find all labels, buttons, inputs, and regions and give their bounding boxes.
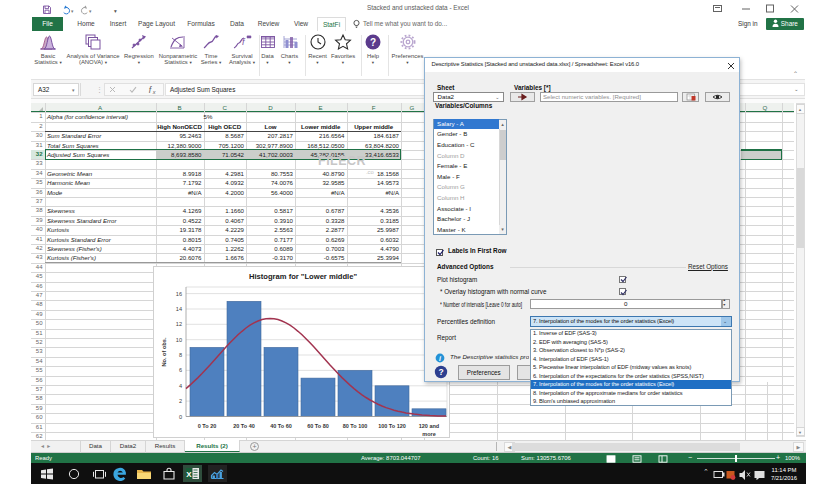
svg-text:60 To 80: 60 To 80 <box>307 423 329 429</box>
svg-text:8: 8 <box>179 352 182 358</box>
svg-text:▾: ▾ <box>89 9 92 14</box>
svg-text:120 and: 120 and <box>419 423 439 429</box>
svg-text:x: x <box>152 89 156 95</box>
svg-text:10: 10 <box>176 337 182 343</box>
svg-text:Histogram for "Lower middle": Histogram for "Lower middle" <box>249 272 357 281</box>
svg-text:No. of obs.: No. of obs. <box>161 337 167 366</box>
svg-text:0: 0 <box>179 414 182 420</box>
svg-text:4: 4 <box>179 383 182 389</box>
svg-text:2: 2 <box>179 398 182 404</box>
svg-text:?: ? <box>438 367 443 377</box>
svg-text:20 To 40: 20 To 40 <box>233 423 255 429</box>
svg-text:12: 12 <box>176 321 182 327</box>
svg-text:?: ? <box>370 37 376 48</box>
svg-text:▾: ▾ <box>114 8 117 14</box>
svg-text:100 To 120: 100 To 120 <box>378 423 406 429</box>
svg-text:80 To 100: 80 To 100 <box>343 423 368 429</box>
svg-text:40 To 60: 40 To 60 <box>270 423 292 429</box>
svg-text:16: 16 <box>176 291 182 297</box>
svg-text:0 To 20: 0 To 20 <box>198 423 217 429</box>
svg-text:f: f <box>242 37 246 47</box>
svg-text:6: 6 <box>179 367 182 373</box>
svg-text:more: more <box>422 431 435 437</box>
svg-text:▾: ▾ <box>71 9 74 14</box>
svg-text:X: X <box>186 470 192 479</box>
svg-text:14: 14 <box>176 306 182 312</box>
